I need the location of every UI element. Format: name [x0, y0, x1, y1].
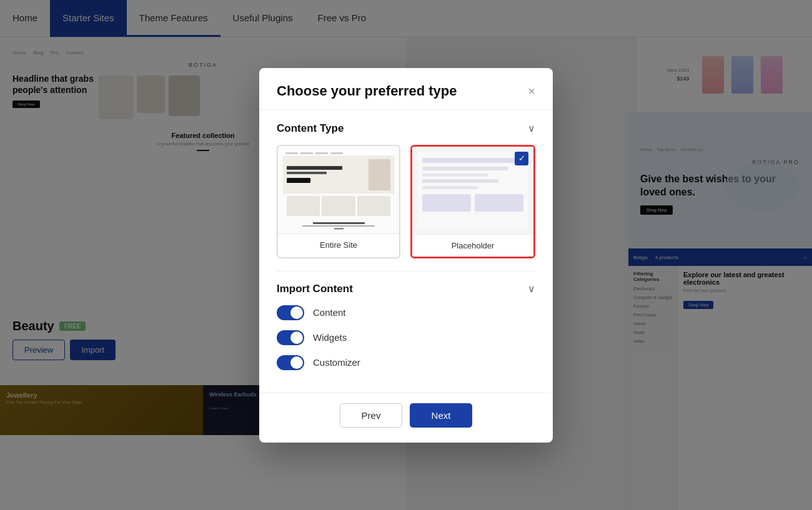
- es-hero-image: [369, 159, 390, 190]
- ph-line-1: [422, 158, 523, 163]
- entire-site-label: Entire Site: [278, 233, 399, 256]
- modal-close-button[interactable]: ×: [528, 85, 535, 97]
- es-nav-dot-3: [315, 152, 328, 154]
- modal-footer: Prev Next: [259, 393, 553, 443]
- es-hero-section: [283, 156, 394, 194]
- es-product-2: [322, 196, 355, 216]
- ph-block-2: [475, 194, 523, 212]
- ph-line-4: [422, 179, 498, 183]
- placeholder-mini-preview: [417, 152, 528, 229]
- modal-body: Content Type ∨: [259, 110, 553, 393]
- es-nav-dot-2: [300, 152, 313, 154]
- customizer-toggle[interactable]: [277, 355, 304, 370]
- es-nav-dot-1: [285, 152, 298, 154]
- choose-type-modal: Choose your preferred type × Content Typ…: [259, 68, 553, 443]
- content-type-title: Content Type: [277, 122, 344, 135]
- widgets-toggle-row: Widgets: [277, 330, 535, 345]
- ph-block-1: [422, 194, 471, 212]
- es-mini-nav: [283, 151, 394, 156]
- entire-site-mini-preview: [283, 151, 394, 228]
- next-button[interactable]: Next: [410, 403, 472, 428]
- import-content-chevron-icon[interactable]: ∨: [528, 283, 535, 295]
- es-products-row: [283, 194, 394, 218]
- import-content-section: Import Content ∨ Content Widgets Customi…: [277, 271, 535, 370]
- type-cards-container: Entire Site: [277, 145, 535, 258]
- widgets-toggle[interactable]: [277, 330, 304, 345]
- es-featured-line-1: [313, 222, 365, 224]
- content-toggle[interactable]: [277, 305, 304, 320]
- entire-site-preview-image: [278, 146, 399, 233]
- modal-overlay: Choose your preferred type × Content Typ…: [0, 0, 812, 510]
- es-nav-dot-4: [330, 152, 343, 154]
- customizer-toggle-row: Customizer: [277, 355, 535, 370]
- ph-line-5: [422, 186, 478, 189]
- ph-block-row-1: [422, 194, 523, 212]
- es-featured-section: [283, 218, 394, 233]
- es-featured-line-2: [302, 225, 375, 227]
- content-type-chevron-icon[interactable]: ∨: [528, 122, 535, 134]
- content-toggle-row: Content: [277, 305, 535, 320]
- es-hero-text: [287, 166, 366, 183]
- es-product-1: [287, 196, 320, 216]
- ph-line-2: [422, 167, 508, 170]
- modal-title: Choose your preferred type: [277, 83, 457, 99]
- es-hero-line-1: [287, 166, 342, 170]
- content-type-header: Content Type ∨: [277, 122, 535, 135]
- ph-line-3: [422, 174, 488, 177]
- placeholder-label: Placeholder: [412, 234, 533, 257]
- placeholder-card[interactable]: ✓ Placeholder: [410, 145, 535, 258]
- selected-check-icon: ✓: [515, 152, 528, 165]
- es-featured-hr: [334, 228, 344, 229]
- es-hero-btn: [287, 178, 310, 183]
- entire-site-card[interactable]: Entire Site: [277, 145, 400, 258]
- import-content-title: Import Content: [277, 283, 353, 295]
- modal-header: Choose your preferred type ×: [259, 68, 553, 110]
- widgets-toggle-label: Widgets: [313, 332, 347, 343]
- content-toggle-label: Content: [313, 307, 346, 318]
- es-product-3: [357, 196, 390, 216]
- import-content-header: Import Content ∨: [277, 283, 535, 295]
- customizer-toggle-label: Customizer: [313, 357, 360, 368]
- es-hero-line-2: [287, 172, 327, 174]
- prev-button[interactable]: Prev: [340, 403, 402, 428]
